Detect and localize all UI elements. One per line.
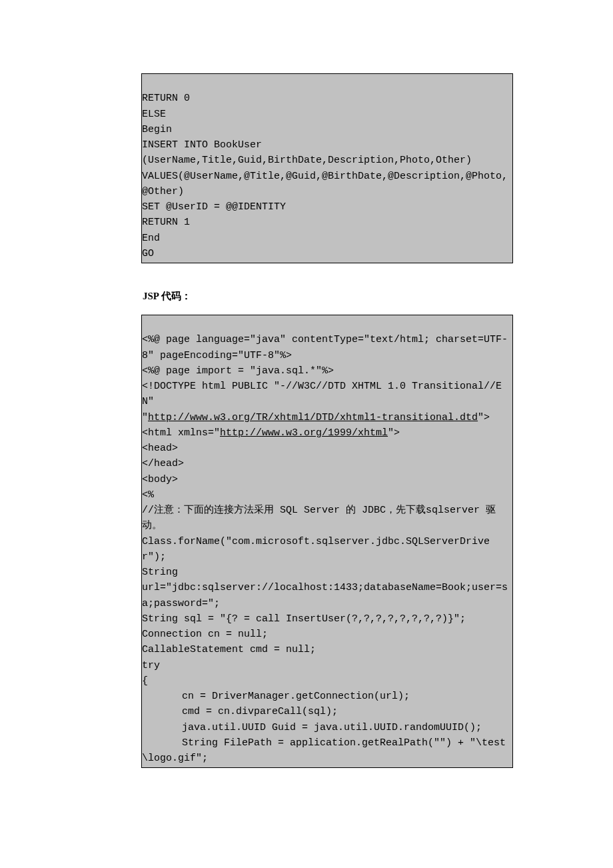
- code-line: Connection cn = null;: [142, 629, 268, 640]
- code-line: cmd = cn.divpareCall(sql);: [142, 706, 338, 717]
- code-line: <head>: [142, 443, 178, 454]
- code-line: url="jdbc:sqlserver://localhost:1433;dat…: [142, 582, 508, 609]
- page: RETURN 0 ELSE Begin INSERT INTO BookUser…: [0, 0, 613, 868]
- code-line: VALUES(@UserName,@Title,@Guid,@BirthDate…: [142, 171, 508, 197]
- code-line: <!DOCTYPE html PUBLIC "-//W3C//DTD XHTML…: [142, 381, 502, 407]
- code-line: cn = DriverManager.getConnection(url);: [142, 691, 410, 702]
- code-line: {: [142, 675, 148, 687]
- code-line: </head>: [142, 458, 184, 469]
- code-line: java.util.UUID Guid = java.util.UUID.ran…: [142, 722, 482, 733]
- code-line: <%@ page import = "java.sql.*"%>: [142, 365, 334, 377]
- code-line: String FilePath = application.getRealPat…: [142, 737, 506, 764]
- code-line: CallableStatement cmd = null;: [142, 644, 316, 655]
- code-line: <%: [142, 489, 154, 501]
- code-line: String sql = "{? = call InsertUser(?,?,?…: [142, 613, 466, 625]
- link-xmlns-url: http://www.w3.org/1999/xhtml: [220, 427, 388, 439]
- code-line: End: [142, 233, 160, 244]
- code-block-jsp: <%@ page language="java" contentType="te…: [141, 315, 513, 768]
- code-line: Class.forName("com.microsoft.sqlserver.j…: [142, 536, 490, 563]
- code-line: String: [142, 567, 178, 578]
- code-line: try: [142, 660, 160, 671]
- code-line: ELSE: [142, 109, 166, 120]
- section-heading: JSP 代码：: [143, 290, 513, 303]
- code-line: GO: [142, 248, 154, 259]
- code-line: Begin: [142, 124, 172, 135]
- code-line: RETURN 1: [142, 217, 190, 228]
- link-dtd-url: http://www.w3.org/TR/xhtml1/DTD/xhtml1-t…: [148, 412, 478, 423]
- code-line: <html xmlns="http://www.w3.org/1999/xhtm…: [142, 427, 400, 439]
- code-line: <%@ page language="java" contentType="te…: [142, 334, 508, 361]
- code-line: "http://www.w3.org/TR/xhtml1/DTD/xhtml1-…: [142, 412, 490, 423]
- code-line: (UserName,Title,Guid,BirthDate,Descripti…: [142, 155, 472, 166]
- code-line: //注意：下面的连接方法采用 SQL Server 的 JDBC，先下载sqls…: [142, 505, 496, 531]
- code-line: <body>: [142, 474, 178, 485]
- code-line: INSERT INTO BookUser: [142, 139, 262, 151]
- code-block-sql: RETURN 0 ELSE Begin INSERT INTO BookUser…: [141, 73, 513, 263]
- code-line: RETURN 0: [142, 93, 190, 104]
- code-line: SET @UserID = @@IDENTITY: [142, 201, 286, 213]
